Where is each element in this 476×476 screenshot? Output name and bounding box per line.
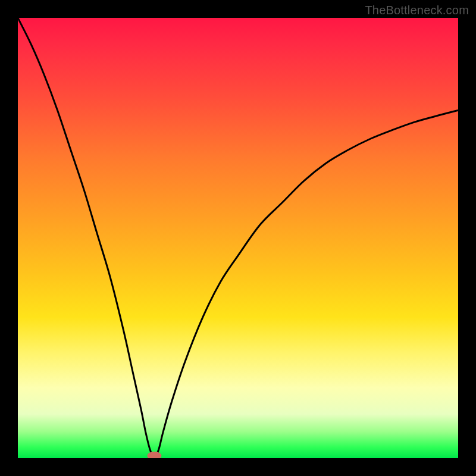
optimum-marker — [147, 452, 161, 458]
chart-frame — [18, 18, 458, 458]
bottleneck-curve-path — [18, 18, 458, 458]
bottleneck-curve-svg — [18, 18, 458, 458]
plot-area — [18, 18, 458, 458]
watermark-text: TheBottleneck.com — [365, 4, 469, 17]
